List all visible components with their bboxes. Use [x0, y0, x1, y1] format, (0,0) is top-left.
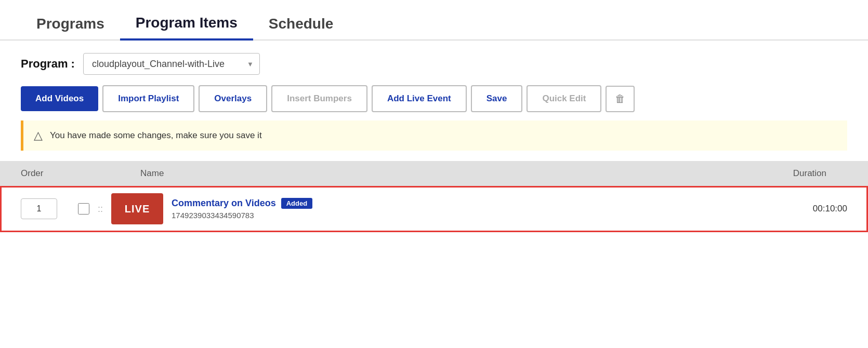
page-container: Programs Program Items Schedule Program …	[0, 0, 868, 348]
add-live-event-button[interactable]: Add Live Event	[372, 85, 467, 112]
program-row: Program : cloudplayout_Channel-with-Live	[0, 41, 868, 85]
overlays-button[interactable]: Overlays	[199, 85, 267, 112]
col-header-duration: Duration	[754, 168, 847, 179]
order-number: 1	[21, 198, 57, 219]
save-button[interactable]: Save	[471, 85, 523, 112]
item-name: Commentary on Videos	[172, 198, 276, 209]
added-badge: Added	[281, 198, 312, 209]
table-header: Order Name Duration	[0, 161, 868, 186]
delete-button[interactable]: 🗑	[606, 86, 635, 112]
trash-icon: 🗑	[615, 93, 625, 105]
insert-bumpers-button[interactable]: Insert Bumpers	[271, 85, 367, 112]
tabs-bar: Programs Program Items Schedule	[0, 0, 868, 41]
add-videos-button[interactable]: Add Videos	[21, 86, 98, 111]
program-select[interactable]: cloudplayout_Channel-with-Live	[83, 53, 260, 75]
warning-text: You have made some changes, make sure yo…	[50, 130, 262, 141]
item-duration: 00:10:00	[754, 204, 847, 214]
live-badge: LIVE	[125, 203, 150, 215]
table-section: Order Name Duration 1 :: LIVE Commentary…	[0, 161, 868, 232]
col-header-name: Name	[140, 168, 754, 179]
warning-icon: △	[34, 129, 43, 142]
program-select-wrapper: cloudplayout_Channel-with-Live	[83, 53, 260, 75]
import-playlist-button[interactable]: Import Playlist	[102, 85, 194, 112]
row-checkbox[interactable]	[78, 203, 89, 215]
tab-program-items[interactable]: Program Items	[120, 9, 253, 41]
program-label: Program :	[21, 57, 75, 71]
col-header-order: Order	[21, 168, 73, 179]
warning-banner: △ You have made some changes, make sure …	[21, 121, 847, 151]
item-info: Commentary on Videos Added 1749239033434…	[163, 198, 754, 220]
actions-row: Add Videos Import Playlist Overlays Inse…	[0, 85, 868, 121]
quick-edit-button[interactable]: Quick Edit	[527, 85, 601, 112]
item-id: 1749239033434590783	[172, 211, 754, 220]
tab-programs[interactable]: Programs	[21, 10, 120, 39]
thumbnail-live: LIVE	[111, 193, 163, 224]
table-row: 1 :: LIVE Commentary on Videos Added 174…	[0, 186, 868, 232]
tab-schedule[interactable]: Schedule	[253, 10, 349, 39]
drag-handle-icon[interactable]: ::	[98, 204, 103, 215]
